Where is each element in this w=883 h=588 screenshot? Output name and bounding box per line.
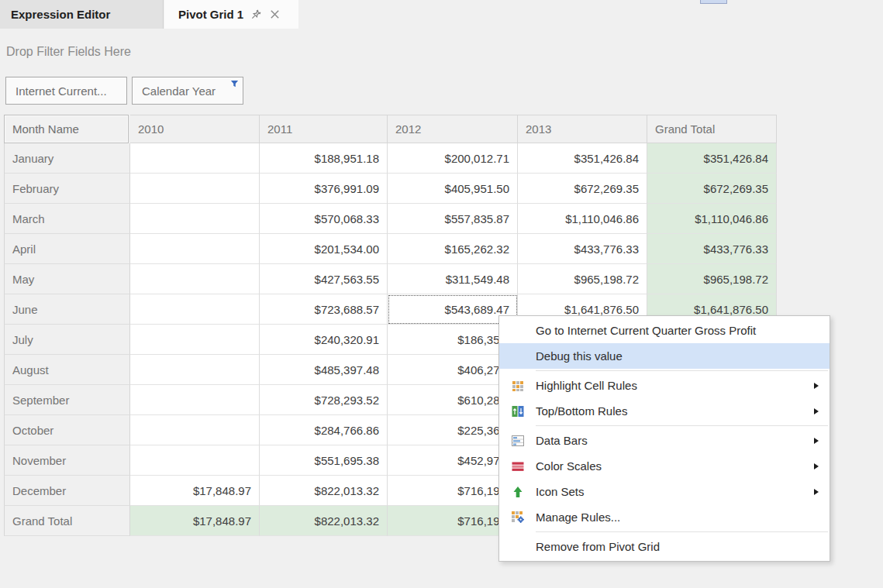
pivot-cell-march-2010[interactable] <box>130 204 260 234</box>
column-header-2012[interactable]: 2012 <box>388 115 518 143</box>
drop-filter-hint: Drop Filter Fields Here <box>6 45 131 59</box>
pivot-cell-august-2011[interactable]: $485,397.48 <box>260 355 388 385</box>
toolbar-button-fragment <box>700 0 727 4</box>
filter-funnel-icon[interactable] <box>230 80 239 88</box>
column-header-grand-total[interactable]: Grand Total <box>647 115 777 143</box>
pivot-cell-may-2013[interactable]: $965,198.72 <box>518 264 647 294</box>
pivot-cell-january-2013[interactable]: $351,426.84 <box>518 143 647 174</box>
pivot-cell-september-2010[interactable] <box>130 385 260 415</box>
row-header-september[interactable]: September <box>4 385 130 415</box>
menu-item-go-to-internet-current-quarter-gross-profit[interactable]: Go to Internet Current Quarter Gross Pro… <box>499 318 830 343</box>
menu-item-highlight-cell-rules[interactable]: Highlight Cell Rules <box>499 373 830 398</box>
pivot-cell-december-2010[interactable]: $17,848.97 <box>130 476 260 506</box>
pivot-cell-february-2013[interactable]: $672,269.35 <box>518 174 647 204</box>
month-name-field-button[interactable]: Month Name <box>4 115 129 143</box>
submenu-arrow-icon <box>814 489 819 495</box>
menu-item-data-bars[interactable]: Data Bars <box>499 428 830 453</box>
pivot-cell-march-2013[interactable]: $1,110,046.86 <box>518 204 647 234</box>
pivot-cell-february-2011[interactable]: $376,991.09 <box>260 174 388 204</box>
menu-item-color-scales[interactable]: Color Scales <box>499 453 830 479</box>
pivot-cell-april-2013[interactable]: $433,776.33 <box>518 234 647 264</box>
menu-item-label: Color Scales <box>536 459 830 473</box>
pivot-cell-october-2011[interactable]: $284,766.86 <box>260 415 388 445</box>
filter-field-label: Internet Current... <box>16 84 107 98</box>
pivot-cell-january-2012[interactable]: $200,012.71 <box>388 143 518 174</box>
data-bars-icon <box>507 434 529 447</box>
pivot-cell-january-grand-total[interactable]: $351,426.84 <box>647 143 777 174</box>
row-header-april[interactable]: April <box>4 234 130 264</box>
menu-icon-spacer <box>507 540 529 553</box>
menu-item-label: Remove from Pivot Grid <box>536 540 830 553</box>
row-header-grand-total[interactable]: Grand Total <box>4 506 130 536</box>
menu-item-label: Top/Bottom Rules <box>536 404 830 418</box>
menu-item-manage-rules[interactable]: Manage Rules... <box>499 504 830 530</box>
context-menu: Go to Internet Current Quarter Gross Pro… <box>498 315 830 562</box>
submenu-arrow-icon <box>814 408 819 414</box>
pivot-cell-february-grand-total[interactable]: $672,269.35 <box>647 174 777 204</box>
menu-separator <box>536 370 828 371</box>
row-header-february[interactable]: February <box>4 174 130 204</box>
close-icon[interactable] <box>269 9 281 20</box>
menu-separator <box>536 425 828 426</box>
pivot-cell-april-2010[interactable] <box>130 234 260 264</box>
tab-label: Pivot Grid 1 <box>178 8 243 21</box>
menu-item-remove-from-pivot-grid[interactable]: Remove from Pivot Grid <box>499 534 830 559</box>
pivot-cell-november-2011[interactable]: $551,695.38 <box>260 445 388 476</box>
pivot-cell-november-2010[interactable] <box>130 445 260 476</box>
row-header-july[interactable]: July <box>4 325 130 355</box>
row-header-august[interactable]: August <box>4 355 130 385</box>
row-header-june[interactable]: June <box>4 294 130 325</box>
pivot-cell-april-2011[interactable]: $201,534.00 <box>260 234 388 264</box>
pivot-cell-february-2010[interactable] <box>130 174 260 204</box>
highlight-cell-rules-icon <box>507 379 529 392</box>
column-header-2013[interactable]: 2013 <box>518 115 647 143</box>
icon-sets-icon <box>507 485 529 498</box>
pin-icon[interactable] <box>250 9 262 20</box>
pivot-cell-may-2010[interactable] <box>130 264 260 294</box>
menu-item-top-bottom-rules[interactable]: Top/Bottom Rules <box>499 398 830 424</box>
row-header-may[interactable]: May <box>4 264 130 294</box>
pivot-cell-april-grand-total[interactable]: $433,776.33 <box>647 234 777 264</box>
pivot-cell-october-2010[interactable] <box>130 415 260 445</box>
tab-expression-editor[interactable]: Expression Editor <box>0 0 164 29</box>
row-header-november[interactable]: November <box>4 445 130 476</box>
pivot-cell-june-2011[interactable]: $723,688.57 <box>260 294 388 325</box>
pivot-cell-may-2011[interactable]: $427,563.55 <box>260 264 388 294</box>
filter-field-label: Calendar Year <box>142 84 216 98</box>
filter-field-internet-current[interactable]: Internet Current... <box>5 77 127 105</box>
pivot-cell-january-2011[interactable]: $188,951.18 <box>260 143 388 174</box>
filter-field-calendar-year[interactable]: Calendar Year <box>132 77 243 105</box>
submenu-arrow-icon <box>814 463 819 469</box>
color-scales-icon <box>507 459 529 473</box>
pivot-cell-december-2011[interactable]: $822,013.32 <box>260 476 388 506</box>
pivot-cell-grand-total-2011[interactable]: $822,013.32 <box>260 506 388 536</box>
pivot-cell-january-2010[interactable] <box>130 143 260 174</box>
pivot-cell-june-2010[interactable] <box>130 294 260 325</box>
tab-bar: Expression Editor Pivot Grid 1 <box>0 0 883 29</box>
menu-item-label: Manage Rules... <box>536 511 830 524</box>
menu-separator <box>536 531 828 532</box>
column-header-2011[interactable]: 2011 <box>260 115 388 143</box>
pivot-cell-march-grand-total[interactable]: $1,110,046.86 <box>647 204 777 234</box>
pivot-cell-september-2011[interactable]: $728,293.52 <box>260 385 388 415</box>
pivot-cell-april-2012[interactable]: $165,262.32 <box>388 234 518 264</box>
column-header-2010[interactable]: 2010 <box>130 115 260 143</box>
pivot-cell-july-2011[interactable]: $240,320.91 <box>260 325 388 355</box>
row-header-march[interactable]: March <box>4 204 130 234</box>
row-header-december[interactable]: December <box>4 476 130 506</box>
tab-pivot-grid[interactable]: Pivot Grid 1 <box>164 0 298 29</box>
row-header-october[interactable]: October <box>4 415 130 445</box>
menu-item-debug-this-value[interactable]: Debug this value <box>499 343 830 369</box>
pivot-cell-march-2012[interactable]: $557,835.87 <box>388 204 518 234</box>
row-header-january[interactable]: January <box>4 143 130 174</box>
pivot-cell-august-2010[interactable] <box>130 355 260 385</box>
pivot-cell-may-2012[interactable]: $311,549.48 <box>388 264 518 294</box>
pivot-cell-july-2010[interactable] <box>130 325 260 355</box>
menu-item-label: Data Bars <box>536 434 830 447</box>
pivot-cell-grand-total-2010[interactable]: $17,848.97 <box>130 506 260 536</box>
menu-item-icon-sets[interactable]: Icon Sets <box>499 479 830 504</box>
menu-item-label: Debug this value <box>536 349 830 363</box>
pivot-cell-february-2012[interactable]: $405,951.50 <box>388 174 518 204</box>
pivot-cell-may-grand-total[interactable]: $965,198.72 <box>647 264 777 294</box>
pivot-cell-march-2011[interactable]: $570,068.33 <box>260 204 388 234</box>
